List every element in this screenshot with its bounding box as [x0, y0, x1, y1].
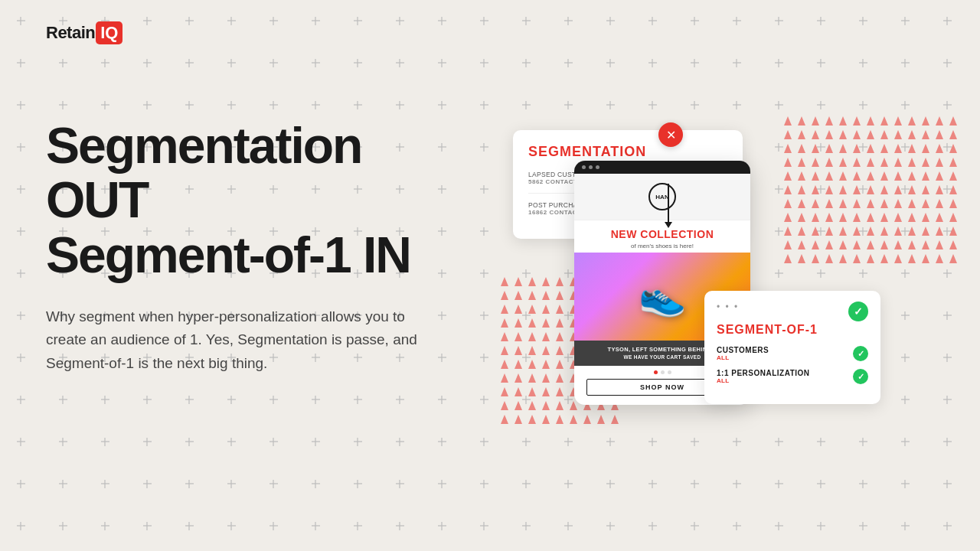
triangle-dots-top-right	[781, 115, 957, 268]
seg1-customers-label: CUSTOMERS	[717, 346, 769, 354]
seg1-personalization-sub: ALL	[717, 377, 810, 384]
dot-3	[596, 165, 599, 169]
seg1-check-2: ✓	[853, 369, 868, 384]
seg1-personalization-label: 1:1 PERSONALIZATION	[717, 369, 810, 377]
close-button[interactable]: ✕	[658, 122, 683, 147]
dot-active	[654, 370, 658, 374]
segment1-title: SEGMENT-OF-1	[717, 323, 868, 337]
collection-title: NEW COLLECTION	[580, 228, 744, 241]
dot-1	[582, 165, 586, 169]
seg1-row-1: CUSTOMERS ALL ✓	[717, 346, 868, 361]
segment-of-1-card: • • • ✓ SEGMENT-OF-1 CUSTOMERS ALL ✓ 1:1…	[704, 291, 880, 404]
seg1-dots: • • •	[717, 302, 739, 312]
headline-line1: Segmentation OUT	[46, 117, 361, 228]
shoe-icon: 👟	[639, 274, 686, 318]
seg1-check-1: ✓	[853, 346, 868, 361]
headline: Segmentation OUT Segment-of-1 IN	[46, 119, 475, 282]
collection-sub: of men's shoes is here!	[580, 243, 744, 249]
seg1-row-2: 1:1 PERSONALIZATION ALL ✓	[717, 369, 868, 384]
email-brand: HAN	[574, 174, 750, 220]
arrow-down	[665, 222, 672, 228]
seg1-main-check: ✓	[848, 302, 868, 321]
arrow-line	[668, 184, 669, 222]
seg1-customers-sub: ALL	[717, 354, 769, 361]
segmentation-title: SEGMENTATION	[528, 144, 727, 160]
left-content: Segmentation OUT Segment-of-1 IN Why seg…	[46, 119, 475, 375]
logo-iq: IQ	[96, 21, 122, 44]
seg1-header: • • • ✓	[717, 302, 868, 321]
logo: Retain IQ	[46, 21, 122, 44]
arrow-connector	[665, 184, 672, 228]
subtext: Why segment when hyper-personalization a…	[46, 305, 444, 375]
dot-2	[589, 165, 593, 169]
email-collection-section: NEW COLLECTION of men's shoes is here!	[574, 220, 750, 253]
headline-line2: Segment-of-1 IN	[46, 227, 410, 283]
svg-rect-4	[781, 115, 957, 268]
email-header-bar	[574, 161, 750, 174]
dot-inactive-1	[661, 370, 665, 374]
dot-inactive-2	[668, 370, 671, 374]
right-visual: SEGMENTATION LAPSED CUSTOMERS (60 Days) …	[498, 122, 957, 429]
logo-retain: Retain	[46, 23, 95, 43]
